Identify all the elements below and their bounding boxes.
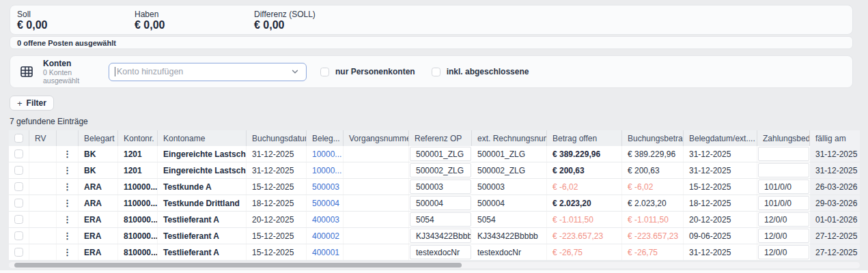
cell-betrag-offen: € -6,02 bbox=[547, 179, 622, 195]
cell-rv bbox=[29, 162, 57, 178]
cell-buchungsbetrag: € -6,02 bbox=[622, 179, 684, 195]
row-checkbox[interactable] bbox=[14, 199, 23, 207]
cell-referenz-op[interactable]: 500002_ZLG bbox=[410, 163, 471, 177]
row-menu-icon[interactable]: ⋮ bbox=[63, 182, 72, 191]
add-filter-button[interactable]: + Filter bbox=[10, 96, 54, 111]
document-link[interactable]: 400002 bbox=[312, 231, 339, 241]
row-menu-icon[interactable]: ⋮ bbox=[63, 199, 72, 207]
cell-belegart: ERA bbox=[79, 244, 118, 260]
row-menu-icon[interactable]: ⋮ bbox=[63, 231, 72, 240]
chevron-down-icon bbox=[291, 68, 299, 76]
row-menu-icon[interactable]: ⋮ bbox=[63, 215, 72, 224]
column-header-menu bbox=[57, 130, 79, 146]
cell-buchungsdatum: 15-12-2025 bbox=[247, 228, 307, 244]
document-link[interactable]: 400003 bbox=[312, 215, 339, 225]
row-checkbox[interactable] bbox=[14, 215, 23, 224]
row-checkbox[interactable] bbox=[14, 149, 23, 158]
cell-menu: ⋮ bbox=[57, 244, 79, 260]
cell-vorgangsnummer bbox=[344, 179, 409, 195]
table-row: ⋮ ERA 810000... Testlieferant A 15-12-20… bbox=[9, 228, 860, 244]
selection-info-strip: 0 offene Posten ausgewählt bbox=[10, 36, 853, 49]
select-all-checkbox[interactable] bbox=[14, 134, 23, 143]
cell-zahlungsbedingung[interactable]: 12/0/0 bbox=[758, 229, 809, 243]
checkbox-box[interactable] bbox=[320, 68, 329, 76]
cell-buchungsdatum: 31-12-2025 bbox=[247, 162, 307, 178]
row-menu-icon[interactable]: ⋮ bbox=[63, 166, 72, 175]
cell-ext-rechnungsnummer: 500002_ZLG bbox=[472, 162, 547, 178]
row-menu-icon[interactable]: ⋮ bbox=[63, 149, 72, 158]
filter-button-label: Filter bbox=[27, 98, 46, 108]
cell-vorgangsnummer bbox=[344, 162, 409, 178]
column-header-betrag-offen: Betrag offen bbox=[547, 130, 622, 146]
cell-beleg: 10000... bbox=[307, 162, 344, 178]
cell-select bbox=[9, 146, 29, 162]
row-checkbox[interactable] bbox=[14, 248, 23, 257]
cell-ext-rechnungsnummer: 5054 bbox=[472, 212, 547, 227]
stat-soll: Soll € 0,00 bbox=[17, 9, 135, 31]
cell-belegdatum-ext: 09-06-2025 bbox=[684, 228, 757, 244]
row-checkbox[interactable] bbox=[14, 231, 23, 240]
table-row: ⋮ ARA 110000... Testkunde Drittland 18-1… bbox=[9, 195, 860, 212]
cell-zahlungsbedingung[interactable]: 101/0/0 bbox=[758, 179, 809, 194]
cell-menu: ⋮ bbox=[57, 162, 79, 178]
column-header-select bbox=[9, 130, 29, 146]
row-menu-icon[interactable]: ⋮ bbox=[63, 248, 72, 257]
document-link[interactable]: 10000... bbox=[312, 149, 341, 159]
row-checkbox[interactable] bbox=[14, 166, 23, 175]
cell-faellig-am: 26-03-2026 bbox=[810, 179, 860, 195]
cell-zahlungsbedingung[interactable]: 12/0/0 bbox=[758, 245, 809, 259]
document-link[interactable]: 400001 bbox=[312, 248, 339, 257]
horizontal-scrollbar[interactable] bbox=[9, 262, 860, 268]
checkbox-label: nur Personenkonten bbox=[335, 67, 415, 76]
cell-belegart: ARA bbox=[79, 179, 118, 195]
cell-ext-rechnungsnummer: 500003 bbox=[472, 179, 547, 195]
cell-faellig-am: 31-12-2025 bbox=[810, 146, 860, 162]
table-row: ⋮ BK 1201 Eingereichte Lastschriften 31-… bbox=[9, 162, 860, 179]
cell-vorgangsnummer bbox=[344, 146, 409, 162]
column-header-vorgangsnummer: Vorgangsnummer bbox=[344, 130, 409, 146]
cell-faellig-am: 27-12-2025 bbox=[810, 228, 860, 244]
cell-belegdatum-ext: 20-12-2025 bbox=[684, 212, 757, 227]
cell-rv bbox=[29, 179, 57, 195]
checkbox-box[interactable] bbox=[432, 68, 440, 76]
column-header-belegart: Belegart bbox=[79, 130, 118, 146]
table-row: ⋮ BK 1201 Eingereichte Lastschriften 31-… bbox=[9, 146, 860, 162]
table-row: ⋮ ARA 110000... Testkunde A 15-12-2025 5… bbox=[9, 179, 860, 195]
column-header-kontonr: Kontonr. bbox=[118, 130, 158, 146]
cell-rv bbox=[29, 146, 57, 162]
document-link[interactable]: 500004 bbox=[312, 199, 339, 208]
cell-zahlungsbedingung[interactable] bbox=[758, 163, 809, 177]
row-checkbox[interactable] bbox=[14, 182, 23, 191]
cell-referenz-op[interactable]: testexdocNr bbox=[410, 245, 471, 259]
cell-vorgangsnummer bbox=[344, 195, 409, 211]
cell-select bbox=[9, 244, 29, 260]
cell-zahlungsbedingung[interactable] bbox=[758, 147, 809, 161]
cell-referenz-op[interactable]: 500001_ZLG bbox=[410, 147, 471, 161]
cell-select bbox=[9, 162, 29, 178]
checkbox-inkl-abgeschlossene[interactable]: inkl. abgeschlossene bbox=[432, 67, 529, 76]
cell-referenz-op[interactable]: 5054 bbox=[410, 212, 471, 227]
cell-buchungsbetrag: € -26,75 bbox=[622, 244, 684, 260]
add-account-combobox[interactable]: Konto hinzufügen bbox=[109, 63, 307, 81]
cell-menu: ⋮ bbox=[57, 228, 79, 244]
cell-zahlungsbedingung[interactable]: 12/0/0 bbox=[758, 212, 809, 227]
cell-referenz-op[interactable]: 500003 bbox=[410, 179, 471, 194]
cell-betrag-offen: € -223.657,23 bbox=[547, 228, 622, 244]
totals-card: Soll € 0,00 Haben € 0,00 Differenz (SOLL… bbox=[10, 5, 853, 35]
document-link[interactable]: 10000... bbox=[312, 166, 341, 175]
cell-ext-rechnungsnummer: testexdocNr bbox=[472, 244, 547, 260]
cell-belegdatum-ext: 31-12-2025 bbox=[684, 146, 757, 162]
add-account-placeholder: Konto hinzufügen bbox=[117, 67, 291, 76]
cell-referenz-op[interactable]: 500004 bbox=[410, 196, 471, 210]
cell-betrag-offen: € -26,75 bbox=[547, 244, 622, 260]
cell-referenz-op[interactable]: KJ343422Bbbbb bbox=[410, 229, 471, 243]
column-header-buchungsbetrag: Buchungsbetrag bbox=[622, 130, 684, 146]
horizontal-scrollbar-thumb[interactable] bbox=[14, 263, 462, 268]
cell-belegart: ERA bbox=[79, 212, 118, 227]
document-link[interactable]: 500003 bbox=[312, 182, 339, 192]
cell-betrag-offen: € -1.011,50 bbox=[547, 212, 622, 227]
cell-select bbox=[9, 179, 29, 195]
accounts-title: Konten bbox=[43, 59, 109, 68]
checkbox-nur-personenkonten[interactable]: nur Personenkonten bbox=[320, 67, 415, 76]
cell-zahlungsbedingung[interactable]: 101/0/0 bbox=[758, 196, 809, 210]
